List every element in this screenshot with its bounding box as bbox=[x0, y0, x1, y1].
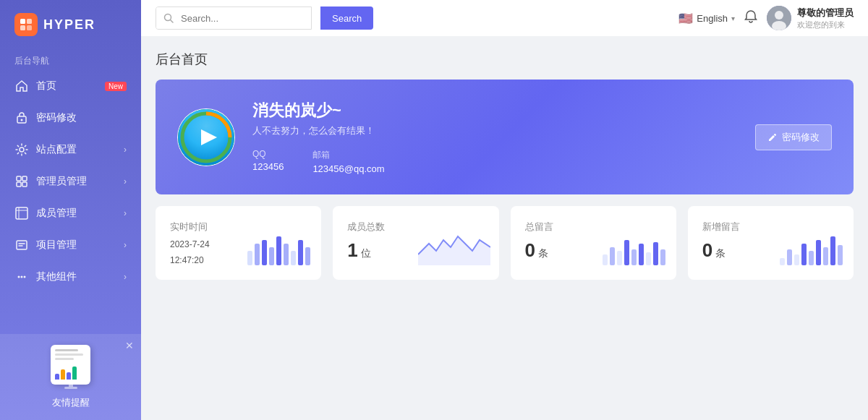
svg-rect-50 bbox=[801, 244, 807, 265]
svg-rect-7 bbox=[17, 176, 21, 181]
sidebar-item-member[interactable]: 成员管理 › bbox=[0, 197, 141, 229]
sidebar-item-project-label: 项目管理 bbox=[36, 239, 116, 252]
logo-area: HYPER bbox=[0, 0, 141, 49]
svg-point-18 bbox=[21, 276, 23, 278]
sidebar-item-password-label: 密码修改 bbox=[36, 111, 127, 124]
other-icon bbox=[14, 270, 29, 284]
user-info: 尊敬的管理员 欢迎您的到来 bbox=[797, 7, 854, 30]
stat-total-comments: 总留言 0 条 bbox=[511, 206, 676, 280]
svg-point-23 bbox=[775, 11, 783, 20]
svg-rect-29 bbox=[247, 251, 252, 265]
admin-icon bbox=[14, 174, 29, 189]
sidebar-item-site[interactable]: 站点配置 › bbox=[0, 134, 141, 166]
svg-rect-43 bbox=[639, 244, 644, 265]
home-icon bbox=[14, 79, 29, 93]
svg-rect-51 bbox=[809, 251, 814, 265]
svg-rect-44 bbox=[646, 252, 651, 265]
logo-text: HYPER bbox=[43, 17, 95, 33]
sidebar-item-home-label: 首页 bbox=[36, 80, 98, 93]
svg-rect-48 bbox=[787, 249, 792, 265]
notification-bell-icon[interactable] bbox=[744, 9, 758, 27]
profile-avatar bbox=[177, 108, 235, 166]
stat-realtime: 实时时间 2023-7-24 12:47:20 bbox=[156, 206, 321, 280]
stat-members: 成员总数 1 位 bbox=[333, 206, 498, 280]
profile-card: 消失的岚少~ 人不去努力，怎么会有结果！ QQ 123456 邮箱 123456… bbox=[156, 80, 854, 194]
change-password-button[interactable]: 密码修改 bbox=[755, 124, 832, 150]
search-input[interactable] bbox=[181, 7, 311, 29]
svg-rect-54 bbox=[830, 236, 835, 265]
sidebar-section-title: 后台导航 bbox=[0, 49, 141, 70]
site-icon bbox=[14, 142, 29, 157]
header: Search 🇺🇸 English ▾ 尊敬的管理员 bbox=[141, 0, 868, 36]
sidebar: HYPER 后台导航 首页 New 密码修改 站点 bbox=[0, 0, 141, 420]
sidebar-item-member-label: 成员管理 bbox=[36, 207, 116, 220]
other-chevron-icon: › bbox=[124, 272, 127, 282]
qq-label: QQ bbox=[252, 149, 284, 159]
reminder-doc-icon bbox=[51, 345, 90, 385]
main-area: Search 🇺🇸 English ▾ 尊敬的管理员 bbox=[141, 0, 868, 420]
svg-rect-35 bbox=[291, 251, 296, 265]
close-reminder-button[interactable]: ✕ bbox=[125, 340, 134, 351]
members-unit: 位 bbox=[361, 247, 371, 260]
svg-rect-36 bbox=[298, 240, 303, 265]
site-chevron-icon: › bbox=[124, 145, 127, 155]
new-badge: New bbox=[105, 82, 127, 91]
profile-name: 消失的岚少~ bbox=[252, 100, 832, 121]
svg-rect-37 bbox=[305, 247, 310, 265]
member-chevron-icon: › bbox=[124, 208, 127, 218]
svg-rect-10 bbox=[22, 182, 27, 187]
sidebar-item-password[interactable]: 密码修改 bbox=[0, 102, 141, 134]
svg-rect-3 bbox=[27, 25, 32, 30]
lang-chevron-icon: ▾ bbox=[731, 14, 735, 22]
sidebar-item-other[interactable]: 其他组件 › bbox=[0, 261, 141, 293]
new-comments-value: 0 bbox=[702, 239, 712, 262]
search-wrapper bbox=[156, 7, 312, 30]
svg-rect-55 bbox=[838, 245, 843, 265]
user-name: 尊敬的管理员 bbox=[797, 7, 854, 20]
profile-meta: QQ 123456 邮箱 123456@qq.com bbox=[252, 149, 832, 174]
member-icon bbox=[14, 206, 29, 220]
members-chart bbox=[418, 229, 490, 268]
meta-qq: QQ 123456 bbox=[252, 149, 284, 174]
email-value: 123456@qq.com bbox=[312, 163, 384, 174]
sidebar-item-other-label: 其他组件 bbox=[36, 270, 116, 283]
svg-rect-14 bbox=[17, 241, 27, 249]
change-password-label: 密码修改 bbox=[782, 131, 820, 144]
svg-rect-53 bbox=[823, 247, 828, 265]
language-selector[interactable]: 🇺🇸 English ▾ bbox=[678, 12, 735, 25]
svg-rect-8 bbox=[22, 176, 27, 181]
total-comments-value: 0 bbox=[525, 239, 535, 262]
sidebar-item-home[interactable]: 首页 New bbox=[0, 70, 141, 102]
profile-motto: 人不去努力，怎么会有结果！ bbox=[252, 124, 832, 137]
members-value: 1 bbox=[347, 239, 357, 262]
svg-rect-42 bbox=[631, 249, 637, 265]
avatar bbox=[767, 6, 791, 30]
sidebar-item-project[interactable]: 项目管理 › bbox=[0, 229, 141, 261]
svg-rect-34 bbox=[284, 244, 289, 265]
project-icon bbox=[14, 238, 29, 252]
svg-rect-49 bbox=[794, 254, 799, 265]
svg-point-5 bbox=[21, 119, 23, 121]
svg-point-19 bbox=[24, 276, 26, 278]
profile-info: 消失的岚少~ 人不去努力，怎么会有结果！ QQ 123456 邮箱 123456… bbox=[252, 100, 832, 174]
user-area: 尊敬的管理员 欢迎您的到来 bbox=[767, 6, 854, 30]
admin-chevron-icon: › bbox=[124, 176, 127, 187]
flag-icon: 🇺🇸 bbox=[678, 12, 693, 25]
svg-rect-39 bbox=[610, 247, 615, 265]
svg-rect-38 bbox=[603, 254, 608, 265]
qq-value: 123456 bbox=[252, 161, 284, 172]
sidebar-bottom-label: 友情提醒 bbox=[52, 396, 90, 409]
search-button[interactable]: Search bbox=[320, 7, 373, 30]
sidebar-bottom-reminder: ✕ 友情提醒 bbox=[0, 334, 141, 420]
stats-row: 实时时间 2023-7-24 12:47:20 bbox=[156, 206, 854, 280]
sidebar-item-site-label: 站点配置 bbox=[36, 143, 116, 156]
svg-rect-1 bbox=[27, 19, 32, 24]
email-label: 邮箱 bbox=[312, 149, 384, 161]
svg-rect-9 bbox=[17, 182, 21, 187]
sidebar-item-admin[interactable]: 管理员管理 › bbox=[0, 166, 141, 197]
svg-rect-0 bbox=[20, 19, 25, 24]
svg-rect-46 bbox=[660, 249, 665, 265]
logo-icon bbox=[14, 13, 38, 36]
svg-rect-32 bbox=[269, 247, 274, 265]
language-label: English bbox=[697, 13, 728, 24]
